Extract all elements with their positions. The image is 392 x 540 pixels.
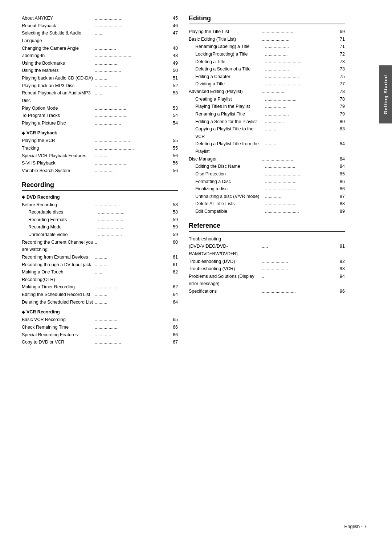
toc-page-num: 62 <box>168 268 178 283</box>
toc-entry-text: Copy to DVD or VCR <box>22 338 94 346</box>
toc-entry-text: Recording Mode <box>28 223 97 231</box>
toc-entry-text: Deleting the Scheduled Record List <box>22 299 94 306</box>
list-item: Editing the Disc Name ..................… <box>189 163 345 170</box>
toc-entry-text: Editing a Scene for the Playlist <box>195 118 264 126</box>
list-item: Problems and Solutions (Display error me… <box>189 273 345 288</box>
main-content: About ANYKEY ...................... 45 R… <box>0 0 392 540</box>
toc-entry-text: Deleting a Playlist Title from the Playl… <box>195 140 264 155</box>
toc-page-num: 60 <box>168 239 178 253</box>
toc-entry-text: Troubleshooting <box>189 235 345 243</box>
toc-entry-text: Using the Markers <box>22 67 94 74</box>
side-tab: Getting Started <box>379 65 392 123</box>
toc-dots: ..................... <box>98 208 167 216</box>
toc-page-num: 45 <box>168 15 178 22</box>
toc-page-num: 71 <box>335 36 345 43</box>
toc-dots: ......................... <box>262 155 334 163</box>
toc-entry-text: Editing a Chapter <box>195 73 264 81</box>
toc-entry-text: Basic VCR Recording <box>22 316 94 324</box>
toc-entry-text: Problems and Solutions (Display error me… <box>189 273 261 288</box>
list-item: Repeat Playback ...................... 4… <box>22 22 178 30</box>
toc-page-num: 59 <box>168 216 178 224</box>
toc-entry-text: Before Recording <box>22 201 94 209</box>
toc-dots: ......................... <box>262 28 334 36</box>
toc-entry-text: Editing the Disc Name <box>195 163 264 170</box>
toc-page-num: 83 <box>335 125 345 140</box>
list-item: Changing the Camera Angle ..............… <box>22 45 178 52</box>
toc-dots: ................. <box>265 103 334 110</box>
reference-section-header: Reference <box>189 222 345 232</box>
toc-dots: .......... <box>95 299 167 306</box>
list-item: Variable Search System ............... 5… <box>22 167 178 175</box>
vcr-playback-entries: Playing the VCR ........................… <box>22 137 178 174</box>
toc-entry-text: Renaming(Labeling) a Title <box>195 43 264 50</box>
list-item: Specifications .........................… <box>189 288 345 295</box>
toc-page-num: 87 <box>335 193 345 200</box>
toc-entry-text: Advanced Editing (Playlist) <box>189 88 261 96</box>
list-item: Basic VCR Recording ................... … <box>22 316 178 324</box>
toc-dots: ....... <box>95 268 167 283</box>
toc-entry-text: Basic Editing (Title List) <box>189 36 261 43</box>
toc-dots: .. <box>95 239 167 253</box>
list-item: Recording the Current Channel you are wa… <box>22 239 178 253</box>
list-item: Using the Markers ..................... … <box>22 67 178 74</box>
toc-dots: ............... <box>265 118 334 126</box>
toc-dots: ................... <box>265 43 334 50</box>
toc-page-num: 64 <box>168 299 178 306</box>
toc-entry-text: Playing a Picture Disc <box>22 119 94 127</box>
toc-page-num: 55 <box>168 137 178 145</box>
list-item: Unrecordable video ................... 5… <box>22 231 178 239</box>
toc-entry-text: Zooming-In <box>22 52 94 60</box>
toc-dots: .............................. <box>265 58 334 66</box>
toc-dots: ................... <box>95 60 167 67</box>
toc-entry-text: Finalizing a disc <box>195 185 264 193</box>
toc-page-num: 84 <box>335 140 345 155</box>
list-item: Playing the VCR ........................… <box>22 137 178 145</box>
list-item: Playing a Picture Disc .................… <box>22 119 178 127</box>
list-item: Selecting the Subtitle & Audio Language … <box>22 29 178 44</box>
list-item: Deleting a Title .......................… <box>189 58 345 66</box>
toc-dots: ..................... <box>95 338 167 346</box>
diamond-icon-dvd: ◆ <box>22 195 25 199</box>
toc-entry-text: Recording the Current Channel you are wa… <box>22 239 94 253</box>
toc-page-num: 79 <box>335 110 345 118</box>
toc-dots: .......................... <box>265 185 334 193</box>
vcr-recording-entries: Basic VCR Recording ................... … <box>22 316 178 346</box>
footer-text: English - 7 <box>344 524 367 529</box>
toc-page-num: 73 <box>335 65 345 73</box>
toc-dots: .......................... <box>265 178 334 186</box>
vcr-playback-label: VCR Playback <box>26 130 57 135</box>
toc-entry-text: Editing the Scheduled Record List <box>22 291 94 299</box>
toc-entry-text: Troubleshooting (VCR) <box>189 265 261 273</box>
toc-page-num: 84 <box>335 155 345 163</box>
page-footer: English - 7 <box>344 524 367 529</box>
diamond-icon: ◆ <box>22 131 25 135</box>
list-item: Formatting a Disc ......................… <box>189 178 345 186</box>
toc-page-num: 56 <box>168 159 178 167</box>
toc-dots: ................... <box>95 316 167 324</box>
toc-page-num: 89 <box>335 208 345 215</box>
toc-entry-text: Unfinalizing a disc (V/VR mode) <box>195 193 264 200</box>
toc-entry-text: Making a Timer Recording <box>22 283 94 291</box>
toc-dots: ....... <box>95 29 167 44</box>
toc-dots: ..................... <box>95 119 167 127</box>
list-item: Troubleshooting (VCR) ..................… <box>189 265 345 273</box>
list-item: Playing back an MP3 Disc ...............… <box>22 82 178 90</box>
toc-page-num: 56 <box>168 152 178 160</box>
list-item: Troubleshooting (DVD) ..................… <box>189 258 345 265</box>
toc-page-num: 69 <box>335 28 345 36</box>
toc-dots: ................... <box>262 88 334 96</box>
toc-page-num: 77 <box>335 80 345 88</box>
toc-dots: ...................... <box>262 36 334 43</box>
dvd-recording-entries: Before Recording .................... 58… <box>22 201 178 306</box>
list-item: (DVD-VIDEO/DVD-RAM/DVD±RW/DVD±R) ..... 9… <box>189 243 345 257</box>
toc-entry-text: Play Option Mode <box>22 105 94 112</box>
toc-page-num: 86 <box>335 178 345 186</box>
toc-page-num: 61 <box>168 253 178 261</box>
list-item: Editing the Scheduled Record List ......… <box>22 291 178 299</box>
toc-dots: .......................... <box>95 112 167 119</box>
toc-page-num: 48 <box>168 52 178 60</box>
toc-entry-text: (DVD-VIDEO/DVD-RAM/DVD±RW/DVD±R) <box>189 243 261 257</box>
toc-dots: ........................ <box>265 200 334 208</box>
list-item: About ANYKEY ...................... 45 <box>22 15 178 22</box>
dvd-recording-label: DVD Recording <box>26 195 60 200</box>
